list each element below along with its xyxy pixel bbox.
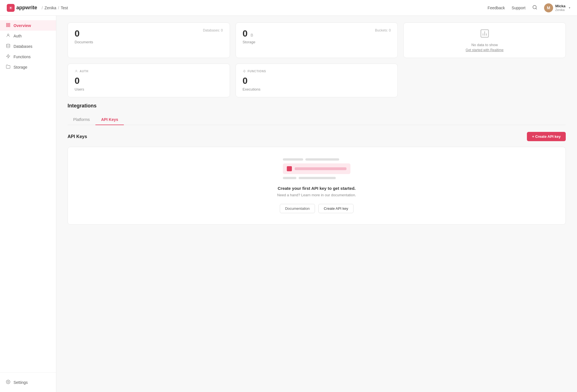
sidebar-item-storage[interactable]: Storage	[0, 62, 56, 72]
layout: Overview Auth Databases Functions Storag…	[0, 16, 577, 392]
storage-card: 0 B Storage Buckets: 0	[236, 22, 398, 58]
tab-api-keys[interactable]: API Keys	[95, 114, 124, 125]
sidebar-item-settings[interactable]: Settings	[0, 377, 56, 388]
support-link[interactable]: Support	[512, 6, 525, 10]
documents-value: 0	[75, 28, 93, 39]
sidebar-label-databases: Databases	[14, 44, 32, 49]
functions-label: Executions	[243, 87, 391, 91]
storage-label: Storage	[243, 40, 256, 44]
chevron-down-icon: ▾	[569, 6, 570, 9]
breadcrumb-zenika[interactable]: Zenika	[44, 6, 56, 10]
databases-icon	[6, 44, 11, 49]
breadcrumb-test[interactable]: Test	[61, 6, 68, 10]
user-org: Zenika	[555, 8, 565, 12]
logo-icon	[7, 4, 15, 12]
functions-value: 0	[243, 76, 391, 86]
documentation-button[interactable]: Documentation	[280, 204, 315, 213]
stats-row-1: 0 Documents Databases: 0 0 B Storage	[68, 22, 566, 58]
api-keys-title: API Keys	[68, 134, 87, 139]
create-api-key-button[interactable]: + Create API key	[527, 132, 566, 141]
integrations-title: Integrations	[68, 103, 566, 109]
storage-unit: B	[251, 33, 253, 37]
svg-line-2	[536, 8, 536, 9]
svg-rect-4	[8, 23, 10, 25]
realtime-link[interactable]: Get started with Realtime	[466, 48, 504, 52]
empty-subtitle: Need a hand? Learn more in our documenta…	[277, 193, 356, 197]
svg-rect-3	[6, 23, 8, 25]
logo-text: appwrite	[16, 5, 37, 11]
auth-icon	[6, 33, 11, 39]
realtime-card: No data to show Get started with Realtim…	[403, 22, 566, 58]
sidebar-item-functions[interactable]: Functions	[0, 51, 56, 62]
empty-title: Create your first API key to get started…	[278, 186, 355, 191]
svg-point-0	[10, 7, 12, 8]
api-keys-header: API Keys + Create API key	[68, 132, 566, 141]
auth-card-header: AUTH	[75, 69, 223, 73]
svg-marker-9	[6, 54, 10, 58]
auth-label: Users	[75, 87, 223, 91]
sidebar-label-settings: Settings	[14, 380, 28, 385]
logo[interactable]: appwrite	[7, 4, 37, 12]
sidebar-label-overview: Overview	[14, 23, 31, 28]
svg-rect-6	[8, 25, 10, 27]
documents-card: 0 Documents Databases: 0	[68, 22, 230, 58]
svg-point-8	[6, 44, 10, 45]
tab-platforms[interactable]: Platforms	[68, 114, 95, 125]
avatar: M	[544, 3, 553, 12]
search-icon[interactable]	[532, 5, 537, 11]
sidebar-bottom: Settings	[0, 372, 56, 388]
storage-icon	[6, 64, 11, 70]
topnav-right: Feedback Support M Micka Zenika ▾	[487, 3, 570, 12]
databases-meta: Databases: 0	[203, 28, 223, 32]
svg-rect-5	[6, 25, 8, 27]
auth-card: AUTH 0 Users	[68, 64, 230, 97]
auth-value: 0	[75, 76, 223, 86]
sidebar-label-storage: Storage	[14, 65, 27, 69]
sidebar-item-databases[interactable]: Databases	[0, 41, 56, 51]
integrations-section: Integrations Platforms API Keys API Keys…	[68, 103, 566, 225]
functions-card: FUNCTIONS 0 Executions	[236, 64, 398, 97]
user-name: Micka	[555, 4, 565, 8]
sidebar-item-overview[interactable]: Overview	[0, 20, 56, 31]
empty-illustration	[283, 158, 350, 179]
chart-icon	[480, 28, 490, 40]
functions-card-header: FUNCTIONS	[243, 69, 391, 73]
empty-actions: Documentation Create API key	[280, 204, 354, 213]
stats-row-2: AUTH 0 Users FUNCTIONS 0 Executions	[68, 64, 566, 97]
storage-value: 0 B	[243, 28, 256, 39]
settings-icon	[6, 380, 11, 385]
topnav: appwrite / Zenika / Test Feedback Suppor…	[0, 0, 577, 16]
svg-marker-13	[243, 70, 245, 73]
sidebar: Overview Auth Databases Functions Storag…	[0, 16, 56, 392]
create-api-key-button-2[interactable]: Create API key	[318, 204, 354, 213]
overview-icon	[6, 23, 11, 28]
svg-point-10	[8, 381, 9, 382]
sidebar-label-functions: Functions	[14, 55, 31, 59]
tabs: Platforms API Keys	[68, 114, 566, 125]
svg-point-12	[76, 70, 77, 71]
no-data-text: No data to show	[471, 43, 498, 47]
functions-icon	[6, 54, 11, 59]
breadcrumb: / Zenika / Test	[42, 6, 68, 10]
documents-label: Documents	[75, 40, 93, 44]
svg-point-7	[7, 34, 9, 35]
main-content: 0 Documents Databases: 0 0 B Storage	[56, 16, 577, 392]
buckets-meta: Buckets: 0	[375, 28, 391, 32]
sidebar-label-auth: Auth	[14, 34, 22, 38]
api-keys-empty-card: Create your first API key to get started…	[68, 147, 566, 225]
sidebar-item-auth[interactable]: Auth	[0, 31, 56, 41]
feedback-link[interactable]: Feedback	[487, 6, 505, 10]
user-menu[interactable]: M Micka Zenika ▾	[544, 3, 570, 12]
